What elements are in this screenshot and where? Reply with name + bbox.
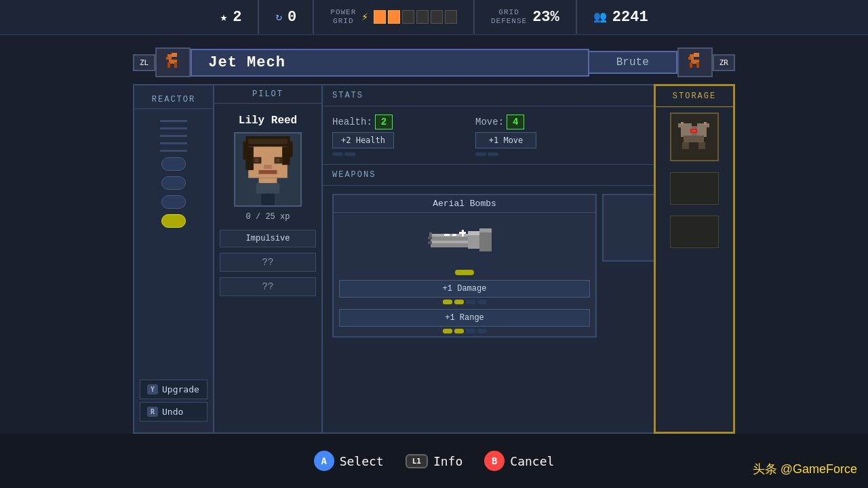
storage-header: STORAGE <box>656 86 733 107</box>
weapon1-damage-btn[interactable]: +1 Damage <box>339 280 590 298</box>
storage-item-1[interactable] <box>670 113 719 161</box>
weapon1-damage-label: +1 Damage <box>443 284 487 293</box>
reactor-line-1 <box>160 120 187 122</box>
weapon1-damage-pips <box>334 300 595 304</box>
pilot-header: PILOT <box>214 85 321 104</box>
svg-rect-23 <box>259 178 277 183</box>
svg-rect-52 <box>692 130 696 131</box>
health-pip-2 <box>344 152 355 156</box>
pilot-trait: Impulsive <box>220 230 316 247</box>
move-value-row: Move: 4 <box>475 115 524 129</box>
move-btn-label: +1 Move <box>489 136 524 145</box>
lightning-icon: ⚡ <box>361 10 368 24</box>
weapon-slot-1: Aerial Bombs <box>332 194 597 338</box>
damage-pip-3 <box>466 300 475 304</box>
undo-key: R <box>147 407 158 417</box>
weapon1-svg <box>424 223 505 257</box>
mech-class-box: Brute <box>589 51 677 74</box>
undo-button[interactable]: R Undo <box>140 402 208 422</box>
panels-container: REACTOR Y Upgrade R Undo PILOT Lily Ree <box>133 84 735 434</box>
svg-rect-41 <box>444 234 450 236</box>
svg-rect-27 <box>256 183 280 193</box>
zl-label: ZL <box>140 58 149 67</box>
svg-rect-49 <box>682 142 689 149</box>
power-bar-1 <box>374 10 386 24</box>
cancel-label: Cancel <box>510 454 554 468</box>
upgrade-button[interactable]: Y Upgrade <box>140 380 208 399</box>
svg-rect-28 <box>245 146 254 170</box>
svg-rect-11 <box>696 62 699 68</box>
mech-name: Jet Mech <box>208 54 285 71</box>
svg-rect-21 <box>264 165 272 169</box>
move-pips <box>475 152 498 156</box>
pilot-name: Lily Reed <box>233 104 302 132</box>
refresh-icon: ↻ <box>275 10 282 24</box>
reactor-slots <box>155 109 193 374</box>
grid-defense-value: 23% <box>532 9 559 26</box>
reactor-header: REACTOR <box>134 91 213 109</box>
storage-item-1-svg <box>674 117 715 157</box>
upgrade-key: Y <box>147 384 158 394</box>
range-pip-4 <box>477 329 487 333</box>
power-label: POWER <box>330 8 356 17</box>
mech-name-box: Jet Mech <box>191 49 589 77</box>
power-grid-bars <box>374 10 457 24</box>
health-pip-1 <box>332 152 343 156</box>
health-pips <box>332 152 355 156</box>
star-icon: ★ <box>220 9 227 24</box>
svg-rect-22 <box>259 170 277 174</box>
svg-rect-2 <box>166 57 169 60</box>
pilot-portrait-svg <box>235 132 300 207</box>
pilot-unknown-2: ?? <box>220 277 316 296</box>
svg-rect-37 <box>479 228 492 232</box>
svg-rect-40 <box>428 241 432 244</box>
svg-rect-48 <box>684 136 704 142</box>
storage-slot-2[interactable] <box>670 172 719 205</box>
move-pip-2 <box>488 152 498 156</box>
svg-rect-38 <box>429 232 432 237</box>
reactor-circle-2 <box>161 176 186 190</box>
info-action[interactable]: L1 Info <box>406 454 463 468</box>
hud-power: POWER GRID ⚡ <box>314 0 475 34</box>
weapon1-range-label: +1 Range <box>445 313 484 323</box>
svg-rect-45 <box>681 123 692 137</box>
move-badge: 4 <box>507 115 524 129</box>
weapon1-name: Aerial Bombs <box>334 195 595 213</box>
hud-stars: ★ 2 <box>203 0 259 34</box>
cancel-action[interactable]: B Cancel <box>484 451 554 471</box>
reactor-circle-3 <box>161 195 186 209</box>
weapon1-range-btn[interactable]: +1 Range <box>339 309 590 327</box>
move-label: Move: <box>475 117 504 127</box>
pilot-xp: 0 / 25 xp <box>241 207 296 227</box>
undo-label: Undo <box>162 407 183 417</box>
a-button: A <box>314 451 334 471</box>
people-value: 2241 <box>612 9 648 26</box>
mech-icon-svg <box>162 52 184 73</box>
storage-slot-3[interactable] <box>670 216 719 248</box>
mech-icon-left <box>155 47 191 77</box>
power-bar-4 <box>416 10 429 24</box>
svg-rect-5 <box>174 62 177 68</box>
svg-rect-53 <box>681 122 684 125</box>
mech-icon-right <box>677 47 713 77</box>
move-pip-1 <box>475 152 486 156</box>
move-upgrade-btn[interactable]: +1 Move <box>475 132 536 148</box>
svg-rect-4 <box>167 62 170 68</box>
select-action[interactable]: A Select <box>314 451 384 471</box>
mech-icon-right-svg <box>684 52 706 73</box>
weapon1-pip-row <box>334 267 595 278</box>
hud-refresh: ↻ 0 <box>259 0 314 34</box>
grid-label-sub: GRID <box>333 17 353 26</box>
svg-rect-19 <box>255 159 259 163</box>
range-pip-3 <box>466 329 475 333</box>
svg-rect-10 <box>690 62 692 68</box>
nav-right-btn[interactable]: ZR <box>713 54 735 71</box>
svg-rect-15 <box>248 139 288 144</box>
weapon1-pip <box>455 270 474 275</box>
svg-rect-31 <box>431 234 471 237</box>
reactor-line-5 <box>160 150 187 152</box>
svg-rect-42 <box>452 234 456 236</box>
weapon1-range-pips <box>334 329 595 333</box>
nav-left-btn[interactable]: ZL <box>133 54 155 71</box>
health-upgrade-btn[interactable]: +2 Health <box>332 132 394 148</box>
